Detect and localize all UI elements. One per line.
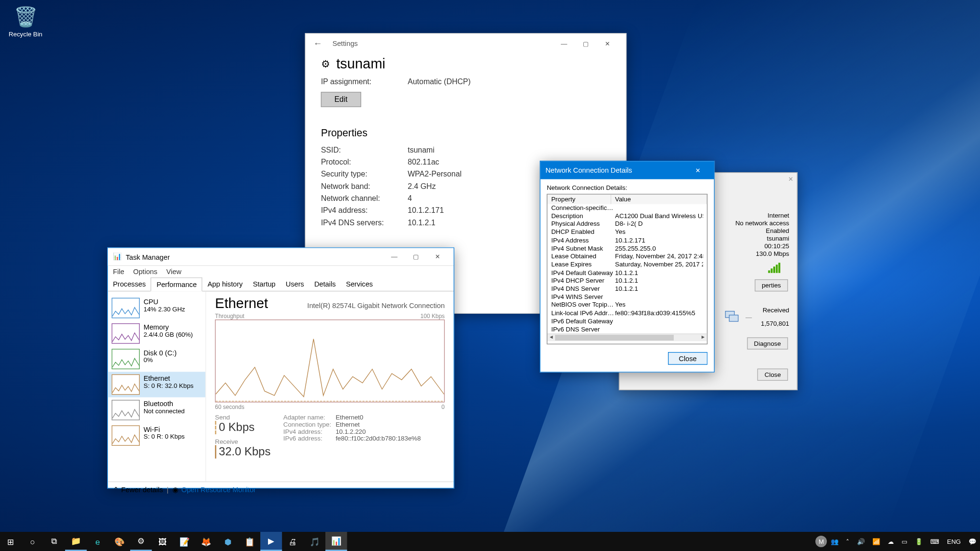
edit-button[interactable]: Edit — [321, 92, 361, 107]
notifications-icon[interactable]: 💬 — [965, 538, 980, 545]
tray-icon[interactable]: ▭ — [898, 538, 911, 545]
close-button[interactable]: Close — [668, 352, 708, 365]
prop-label: IPv4 DNS servers: — [321, 218, 408, 227]
wifi-icon[interactable]: 📶 — [869, 538, 884, 545]
sidebar-item-ethernet[interactable]: EthernetS: 0 R: 32.0 Kbps — [108, 372, 205, 397]
tab-services[interactable]: Services — [341, 277, 378, 291]
ip-assignment-label: IP assignment: — [321, 77, 408, 86]
settings-icon[interactable]: ⚙ — [130, 532, 152, 551]
minimize-icon[interactable]: — — [383, 248, 405, 265]
close-icon[interactable]: ✕ — [427, 248, 448, 265]
tab-performance[interactable]: Performance — [151, 277, 202, 291]
maximize-icon[interactable]: ▢ — [405, 248, 427, 265]
volume-icon[interactable]: 🔊 — [853, 538, 869, 545]
menu-item[interactable]: Options — [133, 268, 157, 276]
sidebar-item-cpu[interactable]: CPU14% 2.30 GHz — [108, 295, 205, 320]
row-property: IPv4 Default Gateway — [551, 269, 615, 277]
tab-processes[interactable]: Processes — [108, 277, 151, 291]
list-row[interactable]: DescriptionAC1200 Dual Band Wireless USB… — [547, 212, 707, 220]
photos-icon[interactable]: 🖼 — [152, 532, 173, 551]
firefox-icon[interactable]: 🦊 — [195, 532, 217, 551]
back-icon[interactable]: ← — [313, 38, 323, 48]
throughput-chart — [215, 320, 445, 402]
sidebar-item-name: Ethernet — [144, 375, 194, 382]
close-button[interactable]: Close — [757, 369, 788, 381]
printer-icon[interactable]: 🖨 — [282, 532, 303, 551]
list-row[interactable]: IPv4 Subnet Mask255.255.255.0 — [547, 244, 707, 253]
col-value[interactable]: Value — [611, 195, 707, 204]
properties-button[interactable]: perties — [755, 279, 788, 291]
row-property: Physical Address — [551, 220, 615, 229]
close-icon[interactable]: ✕ — [687, 161, 709, 179]
list-row[interactable]: NetBIOS over Tcpip En...Yes — [547, 301, 707, 309]
keyboard-icon[interactable]: ⌨ — [926, 538, 943, 545]
prop-value: WPA2-Personal — [408, 170, 462, 179]
row-property: IPv4 DNS Server — [551, 285, 615, 293]
cortana-icon[interactable]: ○ — [22, 532, 43, 551]
tray-chevron-icon[interactable]: ˄ — [842, 538, 853, 545]
list-row[interactable]: IPv6 Default Gateway — [547, 318, 707, 326]
task-view-icon[interactable]: ⧉ — [44, 532, 65, 551]
list-row[interactable]: IPv4 WINS Server — [547, 293, 707, 301]
menu-item[interactable]: View — [167, 268, 182, 276]
sidebar-item-sub: S: 0 R: 0 Kbps — [144, 433, 185, 440]
minimize-icon[interactable]: — — [553, 34, 575, 52]
app-icon[interactable]: ⬢ — [217, 532, 238, 551]
menubar: FileOptionsView — [108, 266, 454, 277]
adapter-name: Intel(R) 82574L Gigabit Network Connecti… — [307, 302, 445, 309]
col-property[interactable]: Property — [547, 195, 611, 204]
maximize-icon[interactable]: ▢ — [575, 34, 596, 52]
powershell-icon[interactable]: ▶ — [260, 532, 282, 551]
list-row[interactable]: IPv6 DNS Server — [547, 326, 707, 334]
user-icon[interactable]: M — [815, 536, 827, 547]
list-row[interactable]: IPv4 DNS Server10.1.2.1 — [547, 285, 707, 293]
sidebar-item-disk-0--c--[interactable]: Disk 0 (C:)0% — [108, 346, 205, 372]
start-button[interactable]: ⊞ — [0, 532, 22, 551]
list-row[interactable]: Link-local IPv6 Addressfe80::943f18a:d03… — [547, 309, 707, 318]
tab-details[interactable]: Details — [309, 277, 341, 291]
receive-label: Receive — [215, 438, 270, 445]
tab-users[interactable]: Users — [280, 277, 309, 291]
list-row[interactable]: IPv4 Default Gateway10.1.2.1 — [547, 269, 707, 277]
close-icon[interactable]: ✕ — [597, 34, 618, 52]
onedrive-icon[interactable]: ☁ — [884, 538, 898, 545]
recycle-bin[interactable]: 🗑️ Recycle Bin — [6, 4, 45, 38]
h-scrollbar[interactable]: ◄► — [547, 334, 707, 342]
list-row[interactable]: Lease ObtainedFriday, November 24, 2017 … — [547, 253, 707, 261]
perf-title: Ethernet — [215, 295, 268, 312]
diagnose-button[interactable]: Diagnose — [747, 337, 788, 349]
edge-icon[interactable]: e — [87, 532, 108, 551]
received-value: 1,570,801 — [761, 320, 789, 327]
fewer-details-link[interactable]: Fewer details — [121, 486, 163, 494]
notepad-icon[interactable]: 📝 — [174, 532, 195, 551]
row-value: Saturday, November 25, 2017 2:48:22 PM — [615, 261, 703, 269]
app-icon-2[interactable]: 📋 — [239, 532, 260, 551]
list-row[interactable]: IPv4 DHCP Server10.1.2.1 — [547, 277, 707, 285]
menu-item[interactable]: File — [113, 268, 124, 276]
task-manager-taskbar-icon[interactable]: 📊 — [325, 532, 347, 551]
sidebar-item-memory[interactable]: Memory2.4/4.0 GB (60%) — [108, 321, 205, 346]
list-row[interactable]: Connection-specific DN... — [547, 204, 707, 212]
prop-label: SSID: — [321, 145, 408, 154]
sidebar-item-bluetooth[interactable]: BluetoothNot connected — [108, 397, 205, 423]
language-indicator[interactable]: ENG — [943, 538, 965, 545]
tab-app-history[interactable]: App history — [202, 277, 248, 291]
collapse-icon[interactable]: ⌃ — [113, 486, 119, 494]
recycle-bin-icon: 🗑️ — [14, 4, 37, 29]
list-row[interactable]: IPv4 Address10.1.2.171 — [547, 236, 707, 244]
people-icon[interactable]: 👥 — [827, 538, 842, 545]
battery-icon[interactable]: 🔋 — [911, 538, 926, 545]
paint-icon[interactable]: 🎨 — [109, 532, 130, 551]
sidebar-item-wi-fi[interactable]: Wi-FiS: 0 R: 0 Kbps — [108, 423, 205, 448]
list-row[interactable]: DHCP EnabledYes — [547, 228, 707, 236]
row-value — [615, 204, 703, 212]
close-icon[interactable]: ✕ — [788, 176, 793, 183]
app-icon-3[interactable]: 🎵 — [304, 532, 325, 551]
list-row[interactable]: Physical AddressD8- i-2( D — [547, 220, 707, 229]
details-listbox[interactable]: PropertyValue Connection-specific DN...D… — [547, 194, 708, 344]
open-resource-monitor-link[interactable]: Open Resource Monitor — [181, 486, 256, 494]
file-explorer-icon[interactable]: 📁 — [65, 532, 87, 551]
list-row[interactable]: Lease ExpiresSaturday, November 25, 2017… — [547, 261, 707, 269]
perf-sidebar: CPU14% 2.30 GHzMemory2.4/4.0 GB (60%)Dis… — [108, 291, 206, 481]
tab-startup[interactable]: Startup — [248, 277, 281, 291]
